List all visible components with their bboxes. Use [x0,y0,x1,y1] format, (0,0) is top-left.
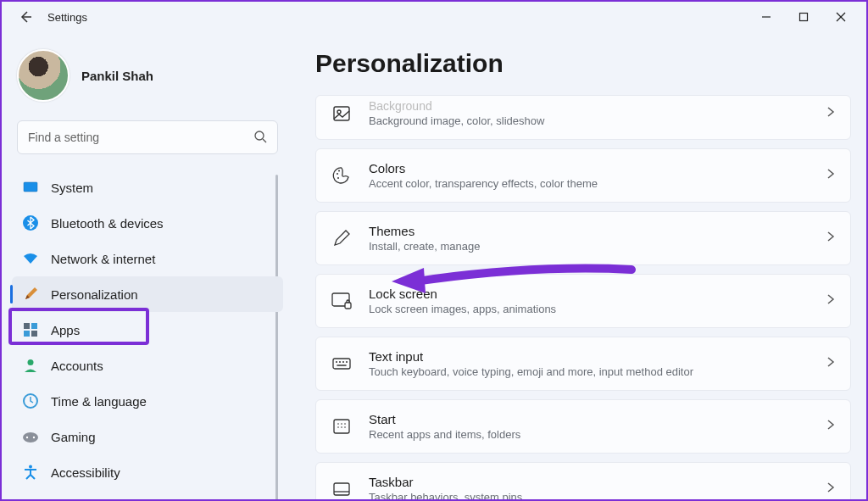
minimize-button[interactable] [748,3,785,31]
card-lock-screen[interactable]: Lock screen Lock screen images, apps, an… [315,274,851,328]
sidebar-item-label: Accessibility [51,465,120,480]
search-placeholder: Find a setting [28,131,99,144]
card-subtitle: Taskbar behaviors, system pins [369,491,810,499]
card-title: Colors [369,161,810,175]
sidebar: Pankil Shah Find a setting System Blueto… [2,32,290,499]
profile-block[interactable]: Pankil Shah [12,42,283,120]
card-background[interactable]: Background Background image, color, slid… [315,95,851,140]
lockscreen-icon [330,289,353,313]
nav-list: System Bluetooth & devices Network & int… [12,170,283,490]
sidebar-item-label: System [51,181,93,195]
card-subtitle: Accent color, transparency effects, colo… [369,177,810,190]
back-button[interactable] [17,8,34,25]
profile-name: Pankil Shah [81,69,153,83]
card-title: Start [369,412,810,426]
svg-point-34 [341,423,342,425]
svg-rect-12 [31,331,37,337]
chevron-right-icon [825,482,837,497]
chevron-right-icon [825,419,837,434]
svg-point-21 [337,173,338,175]
card-subtitle: Recent apps and items, folders [369,428,810,441]
clock-icon [22,392,39,409]
chevron-right-icon [825,106,837,121]
accessibility-icon [22,464,39,481]
svg-point-17 [33,437,35,438]
sidebar-item-accessibility[interactable]: Accessibility [12,454,283,490]
chevron-right-icon [825,293,837,309]
svg-rect-9 [24,323,30,329]
card-themes[interactable]: Themes Install, create, manage [315,211,851,265]
chevron-right-icon [825,356,837,371]
card-title: Themes [369,224,810,238]
taskbar-icon [330,477,353,499]
sidebar-item-label: Personalization [51,287,138,302]
card-subtitle: Background image, color, slideshow [369,114,810,127]
sidebar-item-label: Time & language [51,394,147,409]
svg-point-36 [337,426,339,428]
svg-rect-26 [333,359,350,369]
sidebar-item-label: Accounts [51,359,103,373]
pen-icon [330,226,353,250]
card-title: Background [369,99,810,113]
titlebar: Settings [2,2,866,32]
palette-icon [330,164,353,187]
svg-point-37 [341,426,342,428]
card-title: Lock screen [369,287,810,301]
picture-icon [330,102,353,125]
card-text-input[interactable]: Text input Touch keyboard, voice typing,… [315,337,851,391]
sidebar-item-label: Bluetooth & devices [51,216,164,231]
main-content: Personalization Background Background im… [290,32,866,499]
card-subtitle: Install, create, manage [369,240,810,253]
svg-point-18 [29,465,32,469]
sidebar-item-label: Apps [51,323,80,337]
sidebar-item-accounts[interactable]: Accounts [12,348,283,383]
chevron-right-icon [825,231,837,246]
card-start[interactable]: Start Recent apps and items, folders [315,399,851,454]
bluetooth-icon [22,214,39,231]
gamepad-icon [22,428,39,445]
apps-icon [22,321,39,338]
paintbrush-icon [22,286,39,303]
sidebar-item-label: Gaming [51,430,96,444]
window-title: Settings [47,11,87,24]
sidebar-item-gaming[interactable]: Gaming [12,419,283,454]
card-title: Text input [369,349,810,364]
svg-point-20 [337,110,341,114]
svg-point-13 [28,359,34,365]
search-input[interactable]: Find a setting [17,120,278,154]
svg-rect-39 [334,483,349,495]
chevron-right-icon [825,168,837,183]
svg-rect-10 [31,323,37,329]
sidebar-item-apps[interactable]: Apps [12,312,283,348]
monitor-icon [22,179,39,196]
card-colors[interactable]: Colors Accent color, transparency effect… [315,148,851,203]
svg-point-4 [255,131,264,140]
card-taskbar[interactable]: Taskbar Taskbar behaviors, system pins [315,462,851,499]
keyboard-icon [330,352,353,376]
sidebar-item-system[interactable]: System [12,170,283,205]
svg-rect-6 [24,182,37,192]
svg-rect-11 [24,331,30,337]
svg-point-16 [26,437,28,438]
svg-point-33 [337,423,339,425]
sidebar-item-time-language[interactable]: Time & language [12,383,283,419]
close-button[interactable] [822,3,860,31]
svg-point-15 [23,432,38,443]
start-icon [330,415,353,438]
svg-rect-32 [334,420,349,433]
wifi-icon [22,250,39,267]
sidebar-scrollbar[interactable] [275,175,278,501]
card-subtitle: Lock screen images, apps, animations [369,303,810,315]
sidebar-item-label: Network & internet [51,252,155,266]
person-icon [22,357,39,374]
sidebar-item-network[interactable]: Network & internet [12,241,283,276]
svg-line-5 [263,139,266,142]
svg-point-35 [344,423,346,425]
maximize-button[interactable] [785,3,822,31]
card-subtitle: Touch keyboard, voice typing, emoji and … [369,365,810,378]
sidebar-item-personalization[interactable]: Personalization [12,276,283,312]
card-title: Taskbar [369,475,810,489]
svg-point-22 [338,170,340,172]
svg-point-23 [337,177,339,179]
sidebar-item-bluetooth[interactable]: Bluetooth & devices [12,205,283,241]
